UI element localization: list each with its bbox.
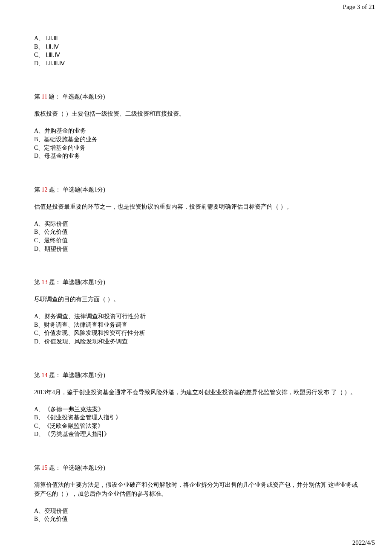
question-prefix: 第 (34, 186, 42, 193)
question-header: 第 11 题： 单选题(本题1分) (34, 93, 358, 101)
option-d: D、《另类基金管理人指引》 (34, 430, 358, 439)
option-c: C、最终价值 (34, 236, 358, 245)
option-b: B、《创业投资基金管理人指引》 (34, 413, 358, 422)
option-list: A、变现价值 B、公允价值 (34, 507, 358, 523)
option-b: B、 Ⅰ.Ⅱ.Ⅳ (34, 43, 358, 51)
option-list: A、并购基金的业务 B、基础设施基金的业务 C、定增基金的业务 D、母基金的业务 (34, 127, 358, 160)
question-14: 第 14 题： 单选题(本题1分) 2013年4月，鉴于创业投资基金通常不会导致… (34, 372, 358, 439)
option-d: D、母基金的业务 (34, 152, 358, 160)
option-a: A、实际价值 (34, 220, 358, 228)
question-prefix: 第 (34, 279, 42, 285)
option-c: C、定增基金的业务 (34, 144, 358, 152)
question-stem: 尽职调查的目的有三方面（ ）。 (34, 295, 358, 304)
question-prefix: 第 (34, 93, 42, 100)
page-footer: 2022/4/5 (352, 539, 375, 546)
question-number: 14 (42, 372, 48, 378)
option-d: D、价值发现、风险发现和业务调查 (34, 337, 358, 346)
option-list: A、实际价值 B、公允价值 C、最终价值 D、期望价值 (34, 220, 358, 253)
question-suffix: 题： 单选题(本题1分) (48, 372, 105, 378)
option-b: B、财务调查、法律调查和业务调查 (34, 321, 358, 329)
question-13: 第 13 题： 单选题(本题1分) 尽职调查的目的有三方面（ ）。 A、财务调查… (34, 279, 358, 346)
option-a: A、变现价值 (34, 507, 358, 515)
question-stem: 2013年4月，鉴于创业投资基金通常不会导致风险外溢，为建立对创业业投资基的差异… (34, 388, 358, 397)
option-c: C、《泛欧金融监管法案》 (34, 422, 358, 430)
question-prefix: 第 (34, 465, 42, 471)
question-number: 12 (42, 186, 48, 193)
page-content: A、 Ⅰ.Ⅱ.Ⅲ B、 Ⅰ.Ⅱ.Ⅳ C、 Ⅰ.Ⅲ.Ⅳ D、 Ⅰ.Ⅱ.Ⅲ.Ⅳ 第 … (0, 0, 392, 523)
page-number: Page 3 of 21 (343, 3, 375, 10)
option-a: A、《多德一弗兰克法案》 (34, 405, 358, 414)
question-stem: 股权投资（ ）主要包括一级投资、二级投资和直接投资。 (34, 109, 358, 118)
question-header: 第 12 题： 单选题(本题1分) (34, 186, 358, 194)
option-a: A、并购基金的业务 (34, 127, 358, 135)
option-c: C、价值发现、风险发现和投资可行性分析 (34, 329, 358, 337)
option-a: A、财务调查、法律调查和投资可行性分析 (34, 312, 358, 321)
option-c: C、 Ⅰ.Ⅲ.Ⅳ (34, 51, 358, 59)
question-15: 第 15 题： 单选题(本题1分) 清算价值法的主要方法是，假设企业破产和公司解… (34, 464, 358, 523)
question-header: 第 15 题： 单选题(本题1分) (34, 464, 358, 472)
option-d: D、 Ⅰ.Ⅱ.Ⅲ.Ⅳ (34, 59, 358, 68)
option-b: B、公允价值 (34, 515, 358, 523)
option-d: D、期望价值 (34, 245, 358, 253)
option-b: B、公允价值 (34, 228, 358, 236)
question-suffix: 题： 单选题(本题1分) (48, 186, 105, 193)
question-prefix: 第 (34, 372, 42, 378)
option-list: A、财务调查、法律调查和投资可行性分析 B、财务调查、法律调查和业务调查 C、价… (34, 312, 358, 346)
option-a: A、 Ⅰ.Ⅱ.Ⅲ (34, 34, 358, 43)
question-stem: 估值是投资最重要的环节之一，也是投资协议的重要内容，投资前需要明确评估目标资产的… (34, 202, 358, 211)
question-11: 第 11 题： 单选题(本题1分) 股权投资（ ）主要包括一级投资、二级投资和直… (34, 93, 358, 160)
question-suffix: 题： 单选题(本题1分) (47, 93, 105, 100)
question-header: 第 14 题： 单选题(本题1分) (34, 372, 358, 379)
question-12: 第 12 题： 单选题(本题1分) 估值是投资最重要的环节之一，也是投资协议的重… (34, 186, 358, 253)
question-number: 13 (42, 279, 48, 285)
question-suffix: 题： 单选题(本题1分) (48, 279, 105, 285)
question-suffix: 题： 单选题(本题1分) (48, 465, 105, 471)
option-list: A、 Ⅰ.Ⅱ.Ⅲ B、 Ⅰ.Ⅱ.Ⅳ C、 Ⅰ.Ⅲ.Ⅳ D、 Ⅰ.Ⅱ.Ⅲ.Ⅳ (34, 34, 358, 67)
question-header: 第 13 题： 单选题(本题1分) (34, 279, 358, 286)
question-stem: 清算价值法的主要方法是，假设企业破产和公司解散时，将企业拆分为可出售的几个业务或… (34, 480, 358, 498)
option-b: B、基础设施基金的业务 (34, 135, 358, 144)
option-list: A、《多德一弗兰克法案》 B、《创业投资基金管理人指引》 C、《泛欧金融监管法案… (34, 405, 358, 439)
question-number: 11 (42, 93, 47, 100)
page-header: Page 3 of 21 (343, 3, 375, 11)
footer-date: 2022/4/5 (352, 539, 375, 546)
question-number: 15 (42, 465, 48, 471)
question-10-options-continued: A、 Ⅰ.Ⅱ.Ⅲ B、 Ⅰ.Ⅱ.Ⅳ C、 Ⅰ.Ⅲ.Ⅳ D、 Ⅰ.Ⅱ.Ⅲ.Ⅳ (34, 34, 358, 67)
